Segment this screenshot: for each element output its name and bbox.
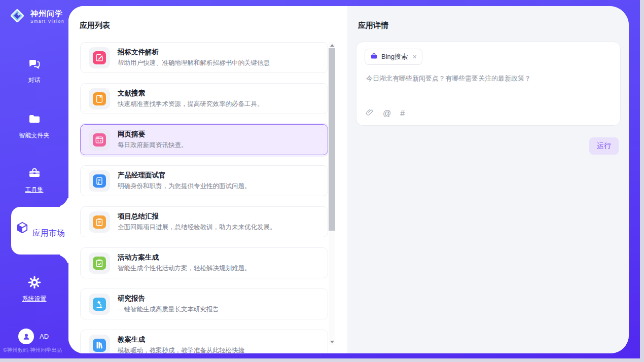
app-card-event-plan[interactable]: 活动方案生成 智能生成个性化活动方案，轻松解决规划难题。 [80, 247, 328, 278]
folder-icon [27, 119, 42, 128]
toolbox-icon [27, 173, 42, 182]
sidebar-item-label: 对话 [0, 76, 68, 85]
user-account[interactable]: AD [18, 329, 49, 344]
app-card-project-summary[interactable]: 项目总结汇报 全面回顾项目进展，总结经验教训，助力未来优化发展。 [80, 206, 328, 237]
app-desc: 模板驱动，教案秒成，教学准备从此轻松快捷 [118, 346, 244, 353]
app-name: 教案生成 [118, 335, 244, 344]
brand-logo: 神州问学 Smart Vision [8, 7, 64, 27]
resume-icon [93, 174, 106, 188]
app-detail-panel: 应用详情 Bing搜索 ✕ 今日湖北有哪些新闻要点？有哪些需要关注的最新政策？ [347, 6, 629, 353]
sidebar-item-label: 应用市场 [32, 229, 65, 237]
sidebar-item-smart-folder[interactable]: 智能文件夹 [0, 112, 68, 140]
app-card-literature-search[interactable]: 文献搜索 快速精准查找学术资源，提高研究效率的必备工具。 [80, 83, 328, 114]
edit-document-icon [93, 51, 106, 64]
copyright-footer: ©神州数码·神州问学出品 [3, 347, 68, 354]
app-name: 研究报告 [118, 294, 219, 303]
browser-code-icon [93, 133, 106, 147]
user-name: AD [40, 333, 49, 340]
bubble-notch-top [55, 194, 68, 207]
bubble-notch-bottom [55, 255, 68, 268]
app-name: 活动方案生成 [118, 253, 251, 262]
clipboard-icon [93, 215, 106, 229]
app-name: 招标文件解析 [118, 48, 270, 57]
sidebar-item-label: 工具集 [0, 186, 68, 194]
sidebar-item-app-market[interactable]: 应用市场 [11, 207, 68, 255]
clipboard-check-icon [93, 257, 106, 270]
brand-name: 神州问学 [30, 10, 64, 18]
diamond-logo-icon [8, 7, 26, 27]
book-icon [93, 92, 106, 105]
query-text[interactable]: 今日湖北有哪些新闻要点？有哪些需要关注的最新政策？ [366, 74, 610, 84]
app-card-bid-document-analysis[interactable]: 招标文件解析 帮助用户快速、准确地理解和解析招标书中的关键信息 [80, 42, 328, 73]
sidebar-item-settings[interactable]: 系统设置 [0, 275, 68, 303]
tool-tag-label: Bing搜索 [381, 52, 408, 61]
app-name: 产品经理面试官 [118, 171, 251, 180]
app-desc: 一键智能生成高质量长文本研究报告 [118, 305, 219, 314]
app-card-research-report[interactable]: 研究报告 一键智能生成高质量长文本研究报告 [80, 288, 328, 319]
app-list-panel: 应用列表 招标文件解析 帮助用户快速、准确地理解和解析招标书中的关键信 [68, 6, 347, 353]
chat-icon [27, 64, 42, 73]
books-icon [93, 339, 106, 352]
sidebar-item-toolset[interactable]: 工具集 [0, 166, 68, 194]
attachment-toolbar: @ # [366, 108, 405, 119]
app-name: 项目总结汇报 [118, 212, 276, 221]
close-icon[interactable]: ✕ [412, 54, 417, 60]
app-list: 招标文件解析 帮助用户快速、准确地理解和解析招标书中的关键信息 [80, 42, 328, 353]
app-list-title: 应用列表 [80, 21, 110, 30]
prompt-card: Bing搜索 ✕ 今日湖北有哪些新闻要点？有哪些需要关注的最新政策？ @ # [356, 42, 621, 126]
scroll-up-arrow-icon[interactable] [329, 42, 335, 48]
avatar [18, 329, 34, 344]
cube-icon [15, 221, 30, 238]
tool-tag-bing-search[interactable]: Bing搜索 ✕ [365, 49, 422, 65]
briefcase-icon [370, 52, 378, 61]
scroll-down-arrow-icon[interactable] [329, 339, 335, 345]
app-name: 网页摘要 [118, 130, 188, 139]
brand-subtitle: Smart Vision [30, 19, 64, 24]
app-desc: 明确身份和职责，为您提供专业性的面试问题。 [118, 182, 251, 191]
app-desc: 帮助用户快速、准确地理解和解析招标书中的关键信息 [118, 59, 270, 67]
sidebar-item-label: 系统设置 [0, 295, 68, 303]
app-name: 文献搜索 [118, 89, 264, 98]
app-card-lesson-plan[interactable]: 教案生成 模板驱动，教案秒成，教学准备从此轻松快捷 [80, 330, 328, 353]
gear-icon [27, 282, 42, 291]
microscope-icon [93, 298, 106, 311]
sidebar-item-chat[interactable]: 对话 [0, 57, 68, 85]
app-desc: 快速精准查找学术资源，提高研究效率的必备工具。 [118, 100, 264, 108]
app-desc: 每日政府新闻资讯快查。 [118, 141, 188, 150]
paperclip-icon[interactable] [366, 108, 374, 119]
sidebar: 神州问学 Smart Vision 对话 智能文件夹 [0, 0, 68, 358]
app-desc: 全面回顾项目进展，总结经验教训，助力未来优化发展。 [118, 223, 276, 232]
app-desc: 智能生成个性化活动方案，轻松解决规划难题。 [118, 264, 251, 273]
mention-icon[interactable]: @ [383, 110, 391, 118]
app-detail-title: 应用详情 [358, 21, 388, 30]
app-card-web-summary[interactable]: 网页摘要 每日政府新闻资讯快查。 [80, 124, 328, 155]
sidebar-item-label: 智能文件夹 [0, 131, 68, 140]
app-window: 神州问学 Smart Vision 对话 智能文件夹 [0, 0, 640, 358]
list-scrollbar[interactable] [329, 42, 335, 345]
hash-icon[interactable]: # [400, 110, 405, 118]
main-content: 应用列表 招标文件解析 帮助用户快速、准确地理解和解析招标书中的关键信 [68, 6, 629, 353]
scrollbar-thumb[interactable] [329, 48, 335, 231]
run-button[interactable]: 运行 [589, 137, 619, 155]
app-card-pm-interviewer[interactable]: 产品经理面试官 明确身份和职责，为您提供专业性的面试问题。 [80, 165, 328, 196]
